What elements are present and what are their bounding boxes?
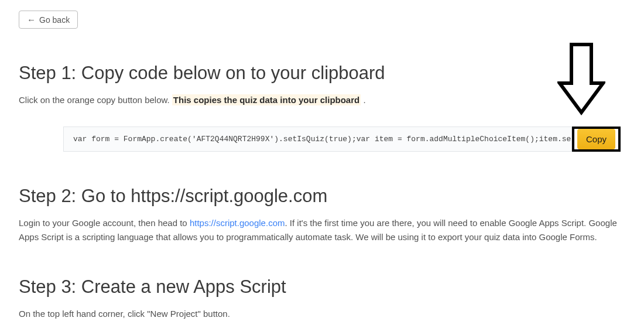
script-google-link[interactable]: https://script.google.com — [190, 218, 285, 228]
go-back-button[interactable]: ← Go back — [19, 11, 78, 29]
copy-button-highlight-box: Copy — [572, 127, 621, 152]
down-arrow-icon — [557, 41, 605, 117]
arrow-left-icon: ← — [27, 15, 36, 25]
go-back-label: Go back — [39, 15, 70, 25]
code-row: var form = FormApp.create('AFT2Q44NQRT2H… — [63, 127, 621, 152]
copy-button[interactable]: Copy — [577, 129, 615, 149]
step-1-highlight: This copies the quiz data into your clip… — [172, 94, 361, 105]
step-3-heading: Step 3: Create a new Apps Script — [19, 276, 626, 298]
step-1-text-prefix: Click on the orange copy button below. — [19, 95, 170, 105]
step-3-paragraph: On the top left hand corner, click "New … — [19, 307, 626, 320]
step-2-heading: Step 2: Go to https://script.google.com — [19, 186, 626, 207]
step-1-heading: Step 1: Copy code below on to your clipb… — [19, 63, 626, 84]
step-1-text-suffix: . — [363, 95, 365, 105]
step-2-paragraph: Login to your Google account, then head … — [19, 216, 626, 244]
step-1-paragraph: Click on the orange copy button below. T… — [19, 93, 626, 107]
code-snippet: var form = FormApp.create('AFT2Q44NQRT2H… — [63, 127, 572, 152]
step-2-text-a: Login to your Google account, then head … — [19, 218, 190, 228]
